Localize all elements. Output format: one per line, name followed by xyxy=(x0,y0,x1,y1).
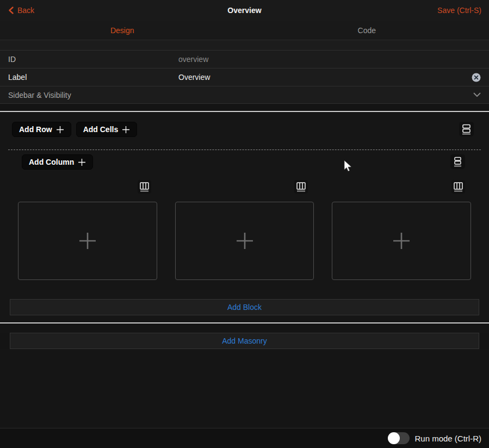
add-row-label: Add Row xyxy=(19,125,52,134)
add-column-label: Add Column xyxy=(29,158,74,166)
toggle-knob xyxy=(388,432,400,444)
layout-editor: Add Row Add Cells xyxy=(0,112,489,322)
chevron-down-icon xyxy=(473,92,481,97)
columns-icon xyxy=(453,181,464,192)
plus-icon xyxy=(56,126,64,134)
section-divider-bottom xyxy=(0,322,489,323)
add-cell-placeholder[interactable] xyxy=(175,202,314,280)
run-mode-toggle[interactable] xyxy=(388,432,410,444)
form-row-sidebar-visibility[interactable]: Sidebar & Visibility xyxy=(0,86,489,104)
id-value[interactable]: overview xyxy=(178,55,208,64)
page-builder-window: Back Overview Save (Ctrl-S) Design Code … xyxy=(0,0,489,448)
plus-icon xyxy=(235,231,255,251)
columns-container xyxy=(0,180,489,280)
add-cell-placeholder[interactable] xyxy=(332,202,471,280)
tab-code[interactable]: Code xyxy=(245,21,489,40)
column-toolbar: Add Column xyxy=(0,150,489,170)
add-column-button[interactable]: Add Column xyxy=(22,154,93,170)
column-layout-button[interactable] xyxy=(138,180,151,194)
form-row-label[interactable]: Label Overview xyxy=(0,68,489,86)
id-label: ID xyxy=(8,55,178,64)
page-settings-form: ID overview Label Overview Sidebar & Vis… xyxy=(0,40,489,104)
add-block-button[interactable]: Add Block xyxy=(10,299,479,315)
column-layout-button[interactable] xyxy=(451,180,465,194)
add-cell-placeholder[interactable] xyxy=(18,202,157,280)
add-cells-button[interactable]: Add Cells xyxy=(76,122,138,137)
run-mode-label: Run mode (Ctrl-R) xyxy=(414,434,481,443)
top-bar: Back Overview Save (Ctrl-S) xyxy=(0,0,489,21)
plus-icon xyxy=(122,126,130,134)
column-1 xyxy=(18,180,157,280)
tab-design[interactable]: Design xyxy=(0,21,245,40)
plus-icon xyxy=(78,158,86,166)
add-masonry-button[interactable]: Add Masonry xyxy=(10,333,479,349)
back-button[interactable]: Back xyxy=(8,6,34,15)
rows-icon xyxy=(461,123,472,135)
columns-icon xyxy=(295,181,307,192)
label-value[interactable]: Overview xyxy=(178,73,210,82)
plus-icon xyxy=(78,231,97,251)
column-2 xyxy=(175,180,314,280)
sidebar-visibility-label: Sidebar & Visibility xyxy=(8,91,178,99)
plus-icon xyxy=(392,231,411,251)
row-toolbar: Add Row Add Cells xyxy=(0,112,489,150)
row-layout-button[interactable] xyxy=(450,154,465,169)
add-cells-label: Add Cells xyxy=(83,125,119,134)
chevron-left-icon xyxy=(8,7,15,14)
save-button[interactable]: Save (Ctrl-S) xyxy=(437,6,481,15)
rows-icon xyxy=(452,156,463,167)
close-circle-icon[interactable] xyxy=(472,73,481,82)
section-gap xyxy=(0,104,489,111)
page-title: Overview xyxy=(0,6,489,15)
column-3 xyxy=(332,180,471,280)
footer-bar: Run mode (Ctrl-R) xyxy=(0,428,489,448)
form-row-id[interactable]: ID overview xyxy=(0,50,489,68)
back-label: Back xyxy=(17,6,34,15)
add-row-button[interactable]: Add Row xyxy=(12,122,71,137)
label-label: Label xyxy=(8,73,178,82)
masonry-section: Add Masonry xyxy=(0,333,489,349)
tab-bar: Design Code xyxy=(0,21,489,40)
columns-icon xyxy=(139,181,150,192)
row-layout-button[interactable] xyxy=(459,122,474,136)
column-layout-button[interactable] xyxy=(294,180,308,194)
